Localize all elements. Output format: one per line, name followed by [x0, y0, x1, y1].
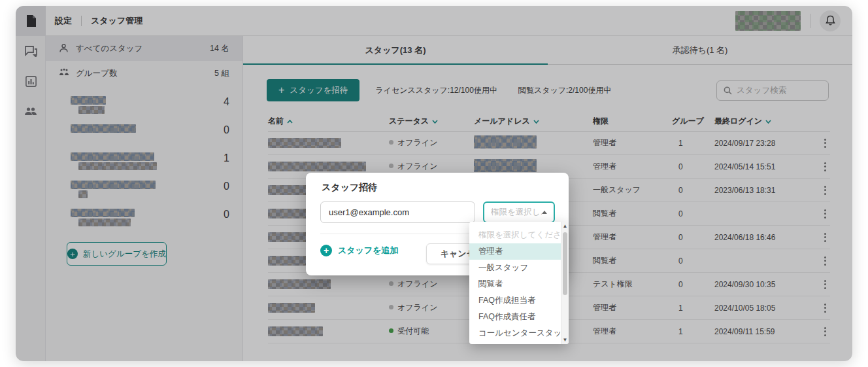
role-option[interactable]: FAQ作成責任者	[469, 309, 569, 325]
role-dropdown: 権限を選択してください管理者一般スタッフ閲覧者FAQ作成担当者FAQ作成責任者コ…	[469, 222, 569, 344]
role-dropdown-list: 権限を選択してください管理者一般スタッフ閲覧者FAQ作成担当者FAQ作成責任者コ…	[469, 227, 569, 344]
app-window: 設定 スタッフ管理 すべてのスタッフ 14 名 グループ数	[16, 6, 852, 361]
scroll-up-arrow[interactable]: ▲	[561, 223, 569, 229]
role-option[interactable]: FAQ作成担当者	[469, 292, 569, 309]
role-option[interactable]: 管理者	[469, 243, 569, 260]
dropdown-scrollbar[interactable]: ▲ ▼	[561, 222, 569, 344]
role-select-value: 権限を選択し…	[491, 207, 542, 218]
role-option[interactable]: 一般スタッフ	[469, 260, 569, 276]
caret-up-icon	[542, 211, 547, 214]
plus-circle-icon: +	[320, 245, 332, 256]
role-select[interactable]: 権限を選択し…	[483, 201, 555, 223]
role-option[interactable]: 権限を選択してください	[469, 227, 569, 243]
add-staff-button[interactable]: + スタッフを追加	[320, 245, 399, 256]
scrollbar-thumb[interactable]	[563, 232, 567, 295]
role-option[interactable]: 閲覧者	[469, 276, 569, 292]
add-staff-label: スタッフを追加	[338, 245, 399, 256]
role-option[interactable]: コールセンタースタッフ	[469, 325, 569, 341]
scroll-down-arrow[interactable]: ▼	[561, 337, 569, 343]
modal-title: スタッフ招待	[322, 182, 377, 194]
role-option[interactable]: テスト権限	[469, 341, 569, 344]
invite-email-input[interactable]	[320, 201, 475, 223]
